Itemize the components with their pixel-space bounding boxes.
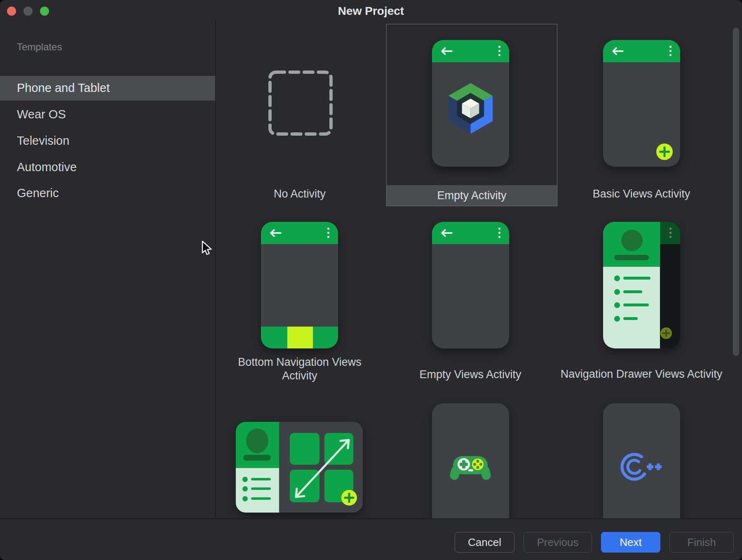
app-bar [432,222,509,244]
sidebar-item-wear-os[interactable]: Wear OS [17,107,66,121]
template-label: No Activity [274,187,326,201]
navigation-drawer-panel [603,222,660,348]
drawer-item-bullet [614,275,620,281]
avatar-name-line [614,255,649,260]
phone-mockup [261,222,338,348]
sidebar-item-television[interactable]: Television [17,134,69,148]
app-bar [261,222,338,244]
title-bar: New Project [0,0,742,20]
drawer-item-line [623,290,642,293]
overflow-menu-icon [669,228,672,238]
phone-mockup [603,403,680,530]
back-arrow-icon [439,228,453,238]
app-bar [603,40,680,62]
phone-mockup [603,222,680,348]
back-arrow-icon [268,228,282,238]
back-arrow-icon [439,47,453,56]
sidebar-divider [215,20,216,518]
cpp-logo-icon [620,452,663,482]
avatar [621,230,643,251]
window-title: New Project [0,5,742,18]
template-label: Empty Views Activity [419,368,521,381]
sidebar-item-generic[interactable]: Generic [17,186,59,200]
back-arrow-icon [611,47,625,56]
overflow-menu-icon [498,46,500,56]
drawer-item-line [623,277,650,280]
template-label: Bottom Navigation Views Activity [234,355,366,383]
finish-button[interactable]: Finish [669,532,734,553]
overflow-menu-icon [327,228,329,238]
vertical-scrollbar-thumb[interactable] [733,28,739,356]
new-project-dialog: New Project Templates Phone and Tablet W… [0,0,742,560]
phone-mockup [432,222,509,348]
overflow-menu-icon [669,46,672,56]
fab-plus-icon [341,490,357,506]
drawer-item-line [623,304,649,306]
template-label: Empty Activity [387,185,557,206]
cancel-button[interactable]: Cancel [455,532,514,553]
overflow-menu-icon [498,228,500,238]
next-button[interactable]: Next [601,532,660,553]
previous-button[interactable]: Previous [524,532,592,553]
sidebar-item-automotive[interactable]: Automotive [17,160,77,174]
drawer-item-bullet [614,289,620,295]
phone-mockup [432,40,509,167]
bottom-nav-segment [261,327,287,348]
template-card-responsive-views[interactable] [236,422,363,513]
drawer-item-line [623,317,638,320]
templates-header: Templates [17,41,62,53]
template-label: Basic Views Activity [593,187,690,201]
template-card-empty-activity[interactable]: Empty Activity [386,24,557,206]
mouse-cursor [201,240,213,256]
drawer-item-bullet [614,302,620,308]
sidebar-item-phone-and-tablet[interactable]: Phone and Tablet [17,81,110,95]
template-label: Navigation Drawer Views Activity [561,367,723,381]
app-bar [432,40,509,62]
dimmed-fab-plus-icon [660,327,672,339]
jetpack-compose-logo [446,81,495,136]
phone-mockup [432,403,509,530]
fab-plus-icon [656,144,673,160]
drawer-item-bullet [614,316,620,322]
game-controller-icon [449,452,492,482]
phone-mockup [603,40,680,167]
bottom-nav-segment [313,327,338,348]
dashed-empty-square-icon [268,70,333,136]
bottom-nav-selected-segment [287,327,313,348]
dialog-footer: Cancel Previous Next Finish [0,518,742,560]
